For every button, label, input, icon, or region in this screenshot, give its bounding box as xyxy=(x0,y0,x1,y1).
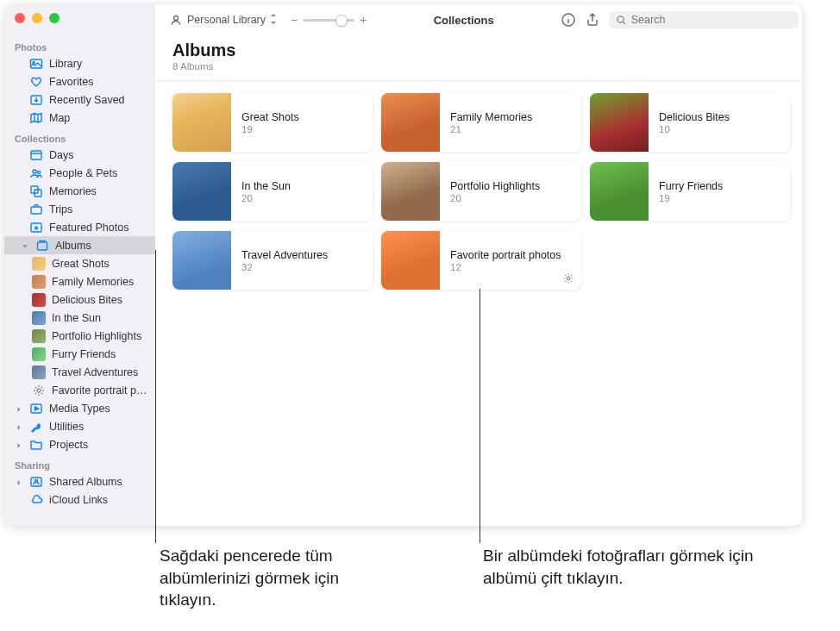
sidebar-item-featured[interactable]: Featured Photos xyxy=(4,218,155,236)
sidebar-item-albums[interactable]: Albums xyxy=(4,236,155,254)
map-icon xyxy=(29,111,43,125)
album-thumb xyxy=(590,93,649,152)
sidebar-item-days[interactable]: Days xyxy=(4,146,155,164)
zoom-out-icon[interactable]: − xyxy=(291,13,298,27)
album-card[interactable]: In the Sun 20 xyxy=(172,162,373,221)
album-count: 19 xyxy=(659,193,780,203)
sidebar-label: Projects xyxy=(49,439,148,451)
album-thumb xyxy=(381,93,440,152)
album-card[interactable]: Family Memories 21 xyxy=(381,93,581,152)
search-input[interactable] xyxy=(631,14,792,26)
sidebar-album-delicious-bites[interactable]: Delicious Bites xyxy=(4,291,155,309)
sidebar-section-photos: Photos xyxy=(4,39,155,54)
search-field[interactable] xyxy=(609,11,799,28)
album-card[interactable]: Travel Adventures 32 xyxy=(172,231,373,290)
sidebar-label: Favorite portrait photos xyxy=(52,384,148,397)
sidebar-item-utilities[interactable]: Utilities xyxy=(4,417,155,435)
album-title: Travel Adventures xyxy=(241,249,362,261)
sidebar-label: Map xyxy=(49,112,148,124)
sidebar-label: Library xyxy=(49,58,148,70)
sidebar-album-portfolio[interactable]: Portfolio Highlights xyxy=(4,327,155,345)
album-thumb-icon xyxy=(32,275,46,289)
sidebar-item-projects[interactable]: Projects xyxy=(4,435,155,453)
sidebar-item-favorites[interactable]: Favorites xyxy=(4,72,155,91)
memories-icon xyxy=(29,184,43,198)
album-count: 20 xyxy=(241,193,362,203)
sidebar-album-travel[interactable]: Travel Adventures xyxy=(4,363,155,381)
sidebar-label: Portfolio Highlights xyxy=(52,330,148,342)
suitcase-icon xyxy=(29,203,43,216)
sidebar-label: Furry Friends xyxy=(52,348,148,360)
album-thumb xyxy=(590,162,649,221)
sidebar-label: Days xyxy=(49,149,148,161)
album-card[interactable]: Delicious Bites 10 xyxy=(590,93,790,152)
sidebar-album-furry-friends[interactable]: Furry Friends xyxy=(4,345,155,363)
info-icon[interactable] xyxy=(561,12,576,28)
album-title: Favorite portrait photos xyxy=(450,249,571,261)
sidebar-item-people-pets[interactable]: People & Pets xyxy=(4,164,155,182)
sidebar-album-in-the-sun[interactable]: In the Sun xyxy=(4,309,155,327)
sidebar-label: Travel Adventures xyxy=(52,366,148,378)
media-types-icon xyxy=(29,402,43,415)
person-icon xyxy=(169,13,183,27)
sidebar-label: Memories xyxy=(49,185,148,197)
library-label: Personal Library xyxy=(187,14,266,26)
album-title: Great Shots xyxy=(241,111,362,123)
album-thumb xyxy=(172,162,231,221)
svg-rect-10 xyxy=(38,242,47,250)
sidebar-label: Shared Albums xyxy=(49,476,148,488)
library-picker[interactable]: Personal Library xyxy=(164,11,282,28)
chevron-right-icon[interactable] xyxy=(15,478,23,486)
sidebar-label: Featured Photos xyxy=(49,222,148,234)
album-card[interactable]: Portfolio Highlights 20 xyxy=(381,162,581,221)
album-title: In the Sun xyxy=(241,180,362,192)
sidebar-label: In the Sun xyxy=(52,312,148,324)
maximize-window-button[interactable] xyxy=(49,13,60,23)
library-icon xyxy=(29,57,43,71)
app-window: Photos Library Favorites R xyxy=(4,4,802,526)
sidebar-item-library[interactable]: Library xyxy=(4,54,155,72)
album-thumb-icon xyxy=(32,311,46,325)
zoom-control[interactable]: − + xyxy=(291,13,367,27)
album-count: 21 xyxy=(450,124,571,134)
sidebar-item-recently-saved[interactable]: Recently Saved xyxy=(4,91,155,109)
sidebar-item-media-types[interactable]: Media Types xyxy=(4,399,155,417)
zoom-in-icon[interactable]: + xyxy=(360,13,367,27)
chevron-right-icon[interactable] xyxy=(15,422,23,431)
sidebar-label: Albums xyxy=(55,240,148,252)
sidebar-album-favorite-portrait[interactable]: Favorite portrait photos xyxy=(4,381,155,399)
sidebar-section-collections: Collections xyxy=(4,130,155,146)
zoom-slider[interactable] xyxy=(303,19,354,22)
close-window-button[interactable] xyxy=(15,13,25,23)
sidebar-item-shared-albums[interactable]: Shared Albums xyxy=(4,472,155,490)
share-icon[interactable] xyxy=(585,12,600,28)
album-thumb xyxy=(381,231,440,290)
sidebar-label: Delicious Bites xyxy=(52,294,148,306)
svg-point-1 xyxy=(33,61,34,63)
album-thumb-icon xyxy=(32,365,46,379)
sidebar-label: Trips xyxy=(49,203,148,216)
svg-point-4 xyxy=(33,170,36,173)
chevron-right-icon[interactable] xyxy=(15,440,23,449)
shared-icon xyxy=(29,475,43,489)
sidebar-item-map[interactable]: Map xyxy=(4,109,155,127)
album-title: Portfolio Highlights xyxy=(450,180,571,192)
sidebar-item-icloud-links[interactable]: iCloud Links xyxy=(4,490,155,509)
gear-icon xyxy=(562,272,574,284)
album-card[interactable]: Favorite portrait photos 12 xyxy=(381,231,581,290)
sidebar-item-memories[interactable]: Memories xyxy=(4,182,155,200)
album-grid: Great Shots 19 Family Memories 21 Delici… xyxy=(155,81,802,302)
svg-point-11 xyxy=(37,389,41,392)
minimize-window-button[interactable] xyxy=(32,13,42,23)
sidebar-item-trips[interactable]: Trips xyxy=(4,200,155,218)
album-card[interactable]: Furry Friends 19 xyxy=(590,162,790,221)
callout-leader xyxy=(155,250,156,543)
chevron-right-icon[interactable] xyxy=(15,404,23,413)
album-card[interactable]: Great Shots 19 xyxy=(172,93,373,152)
download-icon xyxy=(29,93,43,107)
chevron-down-icon[interactable] xyxy=(21,241,29,250)
updown-icon xyxy=(270,14,277,27)
sidebar-album-great-shots[interactable]: Great Shots xyxy=(4,254,155,272)
gear-icon xyxy=(32,384,46,397)
sidebar-album-family-memories[interactable]: Family Memories xyxy=(4,272,155,291)
